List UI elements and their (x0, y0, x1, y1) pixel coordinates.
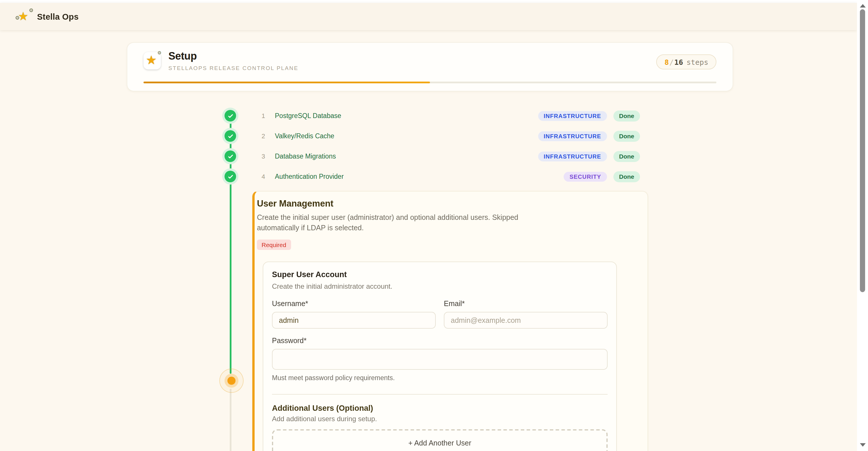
setup-progress-track (144, 81, 716, 83)
scrollbar-thumb[interactable] (860, 9, 865, 292)
scrollbar-down-icon[interactable] (860, 443, 866, 447)
email-input[interactable] (444, 312, 608, 329)
password-hint: Must meet password policy requirements. (272, 374, 608, 381)
step-number: 2 (261, 132, 270, 139)
category-badge: SECURITY (564, 171, 607, 182)
category-badge: INFRASTRUCTURE (538, 111, 607, 121)
username-email-row: Username* Email* (272, 300, 608, 329)
super-user-panel: Super User Account Create the initial ad… (263, 261, 617, 451)
check-icon (224, 130, 236, 142)
status-badge: Done (613, 130, 640, 141)
check-icon (224, 110, 236, 122)
app-name: Stella Ops (37, 12, 79, 21)
setup-subtitle: STELLAOPS RELEASE CONTROL PLANE (168, 65, 298, 71)
steps-separator: / (670, 58, 674, 66)
step-row-postgresql[interactable]: 1 PostgreSQL Database INFRASTRUCTURE Don… (224, 109, 640, 123)
step-number: 3 (261, 153, 270, 160)
username-label: Username* (272, 300, 436, 308)
status-badge: Done (613, 110, 640, 121)
username-input[interactable] (272, 312, 436, 329)
email-label: Email* (444, 300, 608, 308)
password-label: Password* (272, 337, 608, 345)
check-icon (224, 171, 236, 182)
additional-users-title: Additional Users (Optional) (272, 404, 608, 413)
star-icon: ★ (18, 9, 28, 23)
gear-icon: ⚙ (157, 50, 161, 56)
step-title: Database Migrations (275, 153, 336, 160)
section-description: Create the initial super user (administr… (257, 212, 633, 233)
steps-done-count: 8 (664, 58, 669, 66)
section-divider (272, 394, 608, 395)
scrollbar[interactable] (857, 0, 868, 451)
stella-ops-logo-icon: ⚙ ★ ⚙ (18, 9, 31, 24)
required-badge: Required (257, 239, 291, 250)
category-badge: INFRASTRUCTURE (538, 151, 607, 161)
steps-total-count: 16 (675, 58, 683, 66)
setup-header-card: ★ ⚙ Setup STELLAOPS RELEASE CONTROL PLAN… (127, 42, 733, 91)
super-user-title: Super User Account (272, 270, 608, 279)
super-user-description: Create the initial administrator account… (272, 282, 608, 290)
check-icon (224, 151, 236, 162)
scrollbar-up-icon[interactable] (860, 4, 866, 7)
steps-progress-badge: 8 / 16 steps (656, 54, 716, 69)
section-title: User Management (257, 198, 633, 209)
current-step-dot (227, 377, 236, 385)
status-badge: Done (613, 171, 640, 182)
setup-star-icon: ★ ⚙ (144, 52, 161, 69)
step-row-database-migrations[interactable]: 3 Database Migrations INFRASTRUCTURE Don… (224, 149, 640, 163)
step-number: 1 (261, 112, 270, 119)
add-another-user-button[interactable]: + Add Another User (272, 429, 608, 451)
setup-title: Setup (168, 50, 197, 63)
gear-icon: ⚙ (29, 7, 34, 13)
step-title: PostgreSQL Database (275, 112, 341, 119)
status-badge: Done (613, 151, 640, 162)
step-row-valkey-redis[interactable]: 2 Valkey/Redis Cache INFRASTRUCTURE Done (224, 129, 640, 143)
app-window: ⚙ ★ ⚙ Stella Ops ★ ⚙ Setup STELLAOPS REL… (0, 0, 868, 451)
step-row-authentication-provider[interactable]: 4 Authentication Provider SECURITY Done (224, 169, 640, 184)
top-navigation-bar: ⚙ ★ ⚙ Stella Ops (0, 3, 857, 30)
steps-word: steps (687, 58, 708, 66)
timeline-upcoming-line (230, 389, 231, 451)
setup-progress-fill (144, 81, 430, 83)
category-badge: INFRASTRUCTURE (538, 131, 607, 141)
step-number: 4 (261, 173, 270, 180)
additional-users-description: Add additional users during setup. (272, 415, 608, 423)
step-title: Valkey/Redis Cache (275, 132, 334, 139)
password-input[interactable] (272, 349, 608, 370)
user-management-card: User Management Create the initial super… (252, 191, 648, 451)
step-title: Authentication Provider (275, 173, 344, 180)
